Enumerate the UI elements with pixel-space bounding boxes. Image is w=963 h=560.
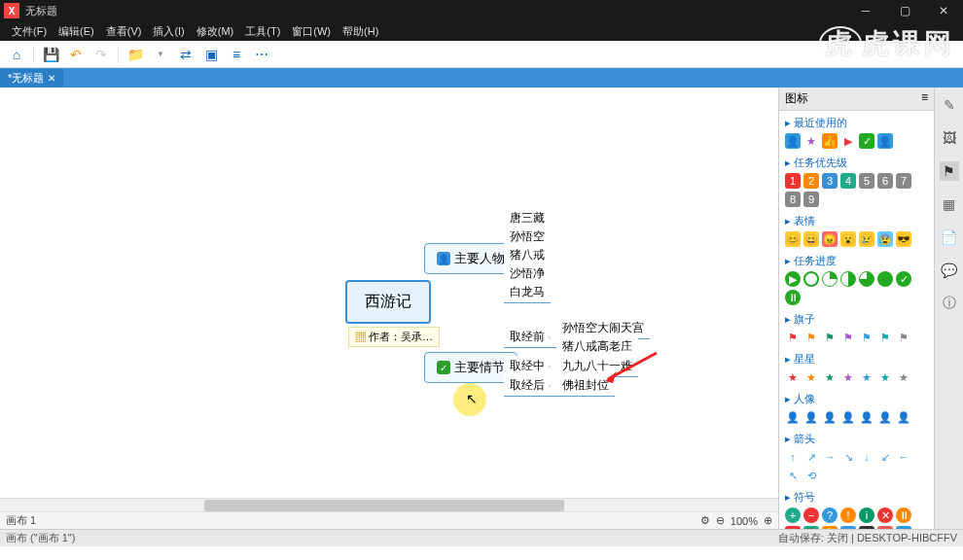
outline-tab-icon[interactable]: ✎	[940, 95, 959, 115]
plot-label: 主要情节	[454, 359, 505, 376]
menu-insert[interactable]: 插入(I)	[147, 24, 190, 39]
tabbar: *无标题 ✕	[0, 68, 963, 88]
canvas[interactable]: 西游记 ▦ 作者：吴承… 👤 主要人物 唐三藏 孙悟空 猪八戒 沙悟净 白龙马 …	[0, 88, 778, 529]
author-label: 作者：吴承…	[369, 331, 433, 342]
tab-label: *无标题	[8, 71, 44, 86]
section-progress[interactable]: ▸ 任务进度	[785, 251, 928, 271]
boundary-icon[interactable]: ▣	[200, 44, 222, 65]
section-emotion[interactable]: ▸ 表情	[785, 211, 928, 231]
section-symbol[interactable]: ▸ 符号	[785, 487, 928, 508]
panel-title: 图标	[785, 90, 808, 107]
cursor-icon: ↖	[466, 391, 478, 406]
canvas-statusbar: 画布 1 ⚙ ⊖ 100% ⊕	[0, 511, 778, 529]
stage-2[interactable]: 取经后 ◦	[504, 375, 557, 397]
panel-menu-icon[interactable]: ≡	[921, 90, 928, 107]
save-icon[interactable]: 💾	[40, 44, 61, 65]
relation-icon[interactable]: ⇄	[175, 44, 196, 65]
section-priority[interactable]: ▸ 任务优先级	[785, 153, 928, 173]
desktop-label: DESKTOP-HIBCFFV	[857, 532, 957, 543]
undo-icon[interactable]: ↶	[65, 44, 87, 65]
section-arrow[interactable]: ▸ 箭头	[785, 429, 928, 449]
side-tabs: ✎ 🖼 ⚑ ▦ 📄 💬 ⓘ	[934, 88, 963, 529]
info-tab-icon[interactable]: ⓘ	[940, 294, 959, 313]
notes-tab-icon[interactable]: 📄	[940, 228, 959, 247]
menu-modify[interactable]: 修改(M)	[191, 24, 240, 39]
stage-0[interactable]: 取经前 ◦	[504, 327, 557, 348]
app-icon: X	[4, 3, 19, 18]
document-tab[interactable]: *无标题 ✕	[0, 69, 63, 88]
icons-panel: 图标 ≡ ▸ 最近使用的 👤★👍▶✓👤 ▸ 任务优先级 123456789 ▸ …	[778, 88, 934, 529]
status-text: 画布 ("画布 1")	[6, 531, 75, 545]
filter-icon[interactable]: ⚙	[700, 514, 710, 527]
home-icon[interactable]: ⌂	[6, 44, 27, 65]
characters-label: 主要人物	[454, 250, 505, 267]
close-button[interactable]: ✕	[924, 0, 963, 21]
stage-1[interactable]: 取经中 ◦	[504, 356, 557, 377]
root-node[interactable]: 西游记	[345, 280, 431, 324]
format-tab-icon[interactable]: ▦	[940, 194, 959, 214]
red-arrow-annotation	[603, 348, 661, 387]
char-4[interactable]: 白龙马	[504, 282, 551, 303]
more-icon[interactable]: ⋯	[251, 44, 272, 65]
root-label: 西游记	[365, 292, 411, 312]
menu-help[interactable]: 帮助(H)	[337, 24, 384, 39]
check-icon: ✓	[437, 361, 450, 374]
menu-window[interactable]: 窗口(W)	[286, 24, 337, 39]
svg-marker-1	[605, 371, 617, 383]
canvas-tab-label[interactable]: 画布 1	[6, 513, 36, 528]
toolbar: ⌂ 💾 ↶ ↷ 📁 ▼ ⇄ ▣ ≡ ⋯	[0, 41, 963, 68]
menu-view[interactable]: 查看(V)	[100, 24, 148, 39]
summary-icon[interactable]: ≡	[226, 44, 247, 65]
comments-tab-icon[interactable]: 💬	[940, 261, 959, 280]
menu-file[interactable]: 文件(F)	[6, 24, 53, 39]
person-icon: 👤	[437, 252, 450, 265]
autosave-label: 自动保存: 关闭	[778, 532, 848, 543]
redo-icon[interactable]: ↷	[90, 44, 112, 65]
window-title: 无标题	[23, 4, 846, 18]
menu-edit[interactable]: 编辑(E)	[53, 24, 100, 39]
image-tab-icon[interactable]: 🖼	[940, 128, 959, 148]
minimize-button[interactable]: ─	[846, 0, 885, 21]
titlebar: X 无标题 ─ ▢ ✕	[0, 0, 963, 21]
section-recent[interactable]: ▸ 最近使用的	[785, 113, 928, 133]
zoom-label: 100%	[731, 515, 758, 527]
panel-header: 图标 ≡	[779, 88, 934, 111]
section-star[interactable]: ▸ 星星	[785, 349, 928, 369]
menu-tools[interactable]: 工具(T)	[239, 24, 286, 39]
h-scrollbar[interactable]	[0, 498, 778, 511]
zoom-in-icon[interactable]: ⊕	[764, 514, 772, 527]
maximize-button[interactable]: ▢	[885, 0, 924, 21]
menubar: 文件(F) 编辑(E) 查看(V) 插入(I) 修改(M) 工具(T) 窗口(W…	[0, 21, 963, 41]
section-flag[interactable]: ▸ 旗子	[785, 309, 928, 330]
zoom-out-icon[interactable]: ⊖	[716, 514, 725, 527]
statusbar: 画布 ("画布 1") 自动保存: 关闭 | DESKTOP-HIBCFFV	[0, 529, 963, 546]
tab-close-icon[interactable]: ✕	[48, 73, 55, 84]
folder-icon[interactable]: 📁	[125, 44, 146, 65]
icons-tab-icon[interactable]: ⚑	[940, 161, 959, 181]
dropdown-icon[interactable]: ▼	[150, 44, 171, 65]
section-people[interactable]: ▸ 人像	[785, 389, 928, 409]
author-note[interactable]: ▦ 作者：吴承…	[348, 327, 440, 347]
